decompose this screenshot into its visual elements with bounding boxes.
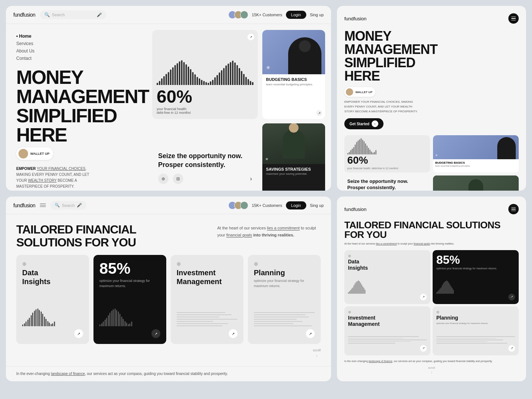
services-signup-button[interactable]: Sing up	[310, 203, 324, 208]
mobile-wallet-badge: WALLET UP	[344, 87, 375, 97]
services-grid: ⊕ DataInsights ↗ 85% optimize your finan…	[16, 255, 321, 344]
ms-logo: fundfusion	[344, 207, 366, 212]
data-insights-arrow[interactable]: ↗	[74, 329, 83, 338]
nav-home[interactable]: Home	[16, 33, 136, 40]
services-menu-button[interactable]	[40, 204, 46, 207]
hero-left-panel: Home Services About Us Contact MONEYMANA…	[6, 24, 146, 191]
services-footer: In the ever-changing landscape of financ…	[6, 366, 331, 381]
ms-85-card: 85% optimize your financial strategy for…	[433, 250, 519, 304]
hero-body: Home Services About Us Contact MONEYMANA…	[6, 24, 331, 191]
budgeting-card: ✳ BUDGETING BASICS learn essential budge…	[262, 30, 325, 119]
ms-wave-insights	[348, 280, 427, 294]
ms-planning-arrow[interactable]: ↗	[508, 345, 515, 352]
mic-icon-2: 🎤	[77, 203, 82, 208]
hero-percent-desc: your financial health: debt-free in 12 m…	[157, 107, 194, 115]
ms-insights-arrow[interactable]: ↗	[420, 294, 427, 300]
nav-globe[interactable]: ⊕	[158, 174, 168, 184]
services-search[interactable]: 🔍 Search 🎤	[50, 201, 87, 209]
services-logo: fundfusion	[13, 202, 35, 208]
hero-card: fundfusion 🔍 Search 🎤 15K+ Customers Log…	[6, 6, 331, 191]
mobile-percent: 60%	[347, 154, 427, 166]
services-login-button[interactable]: Login	[286, 201, 306, 209]
planning-arrow[interactable]: ↗	[306, 329, 315, 338]
ms-menu-button[interactable]	[508, 204, 519, 214]
login-button[interactable]: Login	[286, 11, 306, 19]
ms-data-insights: ⊕ DataInsights ↗	[344, 250, 430, 304]
savings-title: SAVINGS STRATEGIES	[266, 167, 321, 171]
ms-navbar: fundfusion	[344, 204, 519, 214]
hero-nav-links: Home Services About Us Contact	[16, 33, 136, 62]
mobile-get-started-button[interactable]: Get Started ›	[344, 118, 383, 129]
hero-navbar: fundfusion 🔍 Search 🎤 15K+ Customers Log…	[6, 6, 331, 24]
service-percent: 85%	[99, 261, 160, 276]
ms-footer: In the ever-changing landscape of financ…	[344, 359, 519, 363]
nav-next-arrow[interactable]: ›	[250, 175, 252, 182]
mobile-opportunity-card: Seize the opportunity now. Prosper consi…	[344, 175, 430, 191]
ms-data-insights-title: DataInsights	[348, 259, 427, 271]
services-navbar: fundfusion 🔍 Search 🎤 15K+ Customers Log…	[6, 197, 331, 214]
data-insights-wave	[22, 308, 83, 326]
mobile-hero-card: fundfusion MONEYMANAGEMENTSIMPLIFIEDHERE…	[337, 6, 526, 191]
mobile-navbar: fundfusion	[344, 13, 519, 24]
mobile-budgeting-title: BUDGETING BASICS	[435, 161, 516, 164]
services-customers-count: 15K+ Customers	[252, 203, 282, 208]
opportunity-text: Seize the opportunity now. Prosper consi…	[158, 152, 252, 169]
service-card-planning: ⊕ Planning optimize your financial strat…	[248, 255, 321, 344]
mobile-wave-panel: 60% your financial health: debt-free in …	[344, 135, 430, 173]
services-scroll-indicator: scroll ↓	[313, 348, 321, 357]
ms-planning-title: Planning	[436, 315, 515, 321]
mobile-menu-button[interactable]	[508, 13, 519, 24]
ms-investment: ⊕ InvestmentManagement ↗	[344, 306, 430, 355]
services-card: fundfusion 🔍 Search 🎤 15K+ Customers Log…	[6, 197, 331, 381]
ms-investment-hlines	[348, 336, 427, 344]
budgeting-info: BUDGETING BASICS learn essential budgeti…	[262, 74, 325, 89]
wallet-avatar	[18, 149, 28, 158]
nav-about[interactable]: About Us	[16, 48, 136, 54]
service-desc: optimize your financial strategy for max…	[99, 279, 160, 289]
services-tagline: At the heart of our services lies a comm…	[217, 225, 321, 238]
investment-arrow[interactable]: ↗	[229, 329, 238, 338]
budgeting-title: BUDGETING BASICS	[266, 77, 321, 82]
ms-planning: ⊕ Planning optimize your financial strat…	[433, 306, 519, 355]
budgeting-arrow[interactable]: ↗	[316, 110, 322, 116]
service-85-wave	[99, 308, 160, 326]
mobile-headline: MONEYMANAGEMENTSIMPLIFIEDHERE	[344, 30, 519, 83]
planning-icon: ⊕	[254, 261, 315, 267]
hero-right-panel: 60% your financial health: debt-free in …	[146, 24, 331, 191]
opportunity-nav: ⊕ ⊞ ›	[158, 174, 252, 184]
budgeting-desc: learn essential budgeting principles.	[266, 82, 321, 86]
hero-bottom: EMPOWER YOUR FINANCIAL CHOICES, MAKING E…	[16, 160, 136, 191]
nav-grid[interactable]: ⊞	[173, 174, 183, 184]
nav-services[interactable]: Services	[16, 40, 136, 47]
savings-desc: maximize your saving potential.	[266, 172, 321, 175]
mobile-savings-card: SAVINGS STRATEGIES maximize your saving …	[433, 175, 519, 191]
mobile-percent-desc: your financial health: debt-free in 12 m…	[347, 167, 427, 170]
savings-sparkle: ✳	[265, 157, 268, 161]
nav-contact[interactable]: Contact	[16, 55, 136, 62]
data-insights-title: DataInsights	[22, 268, 83, 286]
planning-hlines	[254, 312, 315, 326]
ms-scroll-indicator: scroll ↓	[344, 366, 519, 374]
investment-hlines	[177, 312, 238, 326]
planning-desc: optimize your financial strategy for max…	[254, 279, 315, 289]
hero-logo: fundfusion	[13, 12, 35, 18]
ms-investment-arrow[interactable]: ↗	[420, 345, 427, 352]
customer-avatars	[228, 11, 248, 19]
search-icon: 🔍	[44, 12, 50, 17]
service-card-investment: ⊕ InvestmentManagement ↗	[171, 255, 243, 344]
ms-wave-85	[436, 280, 515, 294]
services-body: TAILORED FINANCIAL SOLUTIONS FOR YOU At …	[6, 214, 331, 366]
sparkle-icon: ✳	[266, 65, 270, 71]
hero-search[interactable]: 🔍 Search 🎤	[40, 10, 106, 19]
service-85-arrow[interactable]: ↗	[151, 329, 160, 338]
hero-wave-panel: 60% your financial health: debt-free in …	[152, 30, 258, 119]
customers-count: 15K+ Customers	[252, 13, 282, 17]
mobile-tagline: EMPOWER YOUR FINANCIAL CHOICES, MAKING E…	[344, 100, 418, 114]
ms-85-arrow[interactable]: ↗	[508, 294, 515, 300]
mobile-budgeting-desc: learn essential budgeting principles.	[435, 165, 516, 167]
mobile-services-card: fundfusion TAILORED FINANCIAL SOLUTIONS …	[337, 197, 526, 381]
hero-headline: MONEYMANAGEMENTSIMPLIFIEDHERE	[16, 68, 136, 144]
mic-icon: 🎤	[97, 13, 102, 17]
service-card-data-insights: ⊕ DataInsights ↗	[16, 255, 89, 344]
signup-button[interactable]: Sing up	[310, 13, 324, 17]
